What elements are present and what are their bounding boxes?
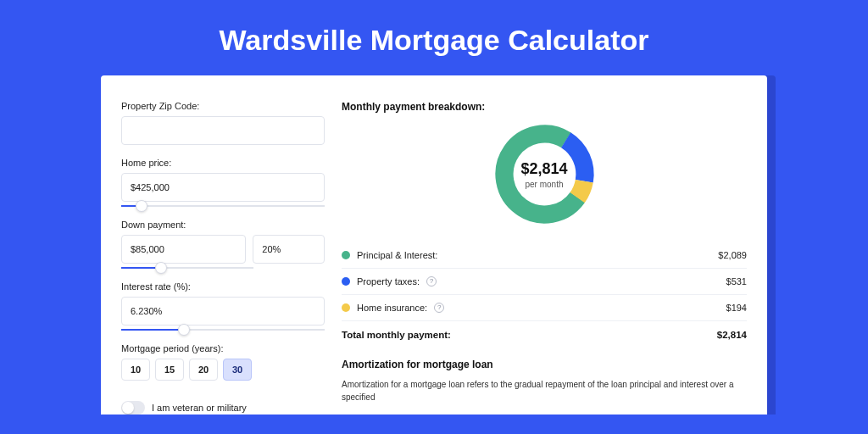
zip-label: Property Zip Code: <box>121 101 325 111</box>
info-icon[interactable]: ? <box>434 303 444 313</box>
page-title: Wardsville Mortgage Calculator <box>0 0 868 75</box>
period-option-30[interactable]: 30 <box>223 359 252 381</box>
field-down-payment: Down payment: <box>121 220 325 269</box>
breakdown-title: Monthly payment breakdown: <box>342 101 747 113</box>
breakdown-value: $531 <box>726 276 747 287</box>
zip-input[interactable] <box>121 116 325 145</box>
swatch-icon <box>342 277 350 286</box>
toggle-knob-icon <box>122 402 134 414</box>
slider-thumb-icon[interactable] <box>136 200 147 212</box>
calculator-card: Property Zip Code: Home price: Down paym… <box>101 75 767 415</box>
breakdown-row-taxes: Property taxes: ? $531 <box>342 269 747 295</box>
results-column: Monthly payment breakdown: $2,814 per mo… <box>342 101 747 415</box>
form-column: Property Zip Code: Home price: Down paym… <box>121 101 325 415</box>
total-value: $2,814 <box>717 330 747 340</box>
rate-slider[interactable] <box>121 329 325 331</box>
field-home-price: Home price: <box>121 158 325 207</box>
down-label: Down payment: <box>121 220 325 230</box>
field-zip: Property Zip Code: <box>121 101 325 145</box>
breakdown-label: Home insurance: <box>357 303 427 313</box>
price-input[interactable] <box>121 173 325 202</box>
price-slider[interactable] <box>121 205 325 207</box>
rate-input[interactable] <box>121 297 325 326</box>
veteran-toggle-row: I am veteran or military <box>121 401 325 415</box>
breakdown-row-insurance: Home insurance: ? $194 <box>342 295 747 321</box>
donut-center-sub: per month <box>525 180 563 189</box>
field-interest-rate: Interest rate (%): <box>121 281 325 331</box>
total-label: Total monthly payment: <box>342 330 451 340</box>
swatch-icon <box>342 251 350 259</box>
amortization-body: Amortization for a mortgage loan refers … <box>342 379 747 403</box>
slider-thumb-icon[interactable] <box>178 324 190 336</box>
breakdown-label: Property taxes: <box>357 276 420 287</box>
breakdown-value: $194 <box>726 303 747 313</box>
veteran-toggle[interactable] <box>121 401 145 415</box>
breakdown-row-principal: Principal & Interest: $2,089 <box>342 242 747 269</box>
breakdown-total-row: Total monthly payment: $2,814 <box>342 321 747 353</box>
down-percent-input[interactable] <box>253 235 325 264</box>
breakdown-value: $2,089 <box>718 250 747 260</box>
breakdown-label: Principal & Interest: <box>357 250 437 260</box>
rate-label: Interest rate (%): <box>121 281 325 292</box>
info-icon[interactable]: ? <box>426 276 437 287</box>
down-slider[interactable] <box>121 267 253 269</box>
slider-thumb-icon[interactable] <box>155 262 167 274</box>
period-option-20[interactable]: 20 <box>189 359 218 381</box>
field-mortgage-period: Mortgage period (years): 10 15 20 30 <box>121 343 325 381</box>
payment-donut-chart: $2,814 per month <box>492 121 598 227</box>
amortization-section: Amortization for mortgage loan Amortizat… <box>342 353 747 403</box>
period-label: Mortgage period (years): <box>121 343 325 353</box>
amortization-title: Amortization for mortgage loan <box>342 359 747 370</box>
period-option-10[interactable]: 10 <box>121 359 150 381</box>
price-label: Home price: <box>121 158 325 168</box>
down-amount-input[interactable] <box>121 235 246 264</box>
veteran-label: I am veteran or military <box>152 403 247 413</box>
swatch-icon <box>342 303 350 312</box>
period-option-15[interactable]: 15 <box>155 359 184 381</box>
donut-center-value: $2,814 <box>520 160 567 178</box>
